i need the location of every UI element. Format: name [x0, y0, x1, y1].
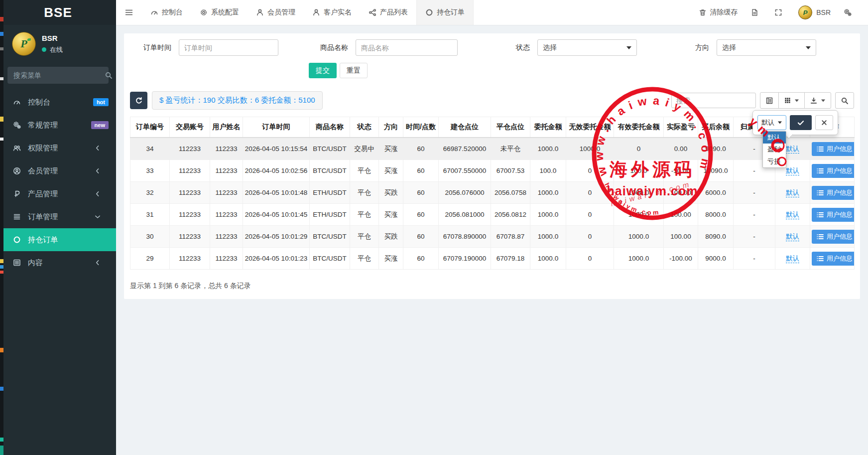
refresh-button[interactable] [130, 92, 147, 109]
filter-input-2[interactable] [356, 39, 458, 56]
clear-cache-button[interactable]: 清除缓存 [692, 8, 744, 17]
column-header: 实际盈亏 [664, 117, 698, 138]
column-header: 时间/点数 [403, 117, 439, 138]
table-cell: 29 [130, 248, 170, 270]
topbar-right: 清除缓存 P BSR [692, 0, 868, 25]
cancel-button[interactable] [815, 115, 833, 130]
page-icon [750, 8, 758, 16]
detail-view-button[interactable] [760, 92, 779, 109]
page-tool-button[interactable] [744, 8, 768, 16]
sidebar-item-label: 会员管理 [28, 166, 58, 176]
table-toolbar: $ 盈亏统计：190 交易比数：6 委托金额：5100 [130, 91, 854, 110]
column-header: 委托金额 [530, 117, 566, 138]
table-cell: 100.00 [664, 204, 698, 226]
control-editable-link[interactable]: 默认 [786, 211, 799, 219]
export-button[interactable] [804, 92, 831, 109]
grid-icon [784, 97, 791, 104]
topbar-user-menu[interactable]: P BSR [792, 5, 837, 19]
table-search-input[interactable] [671, 93, 756, 108]
table-cell: 34 [130, 138, 170, 160]
table-cell: 用户信息 [810, 226, 855, 248]
table-cell: 60 [403, 248, 439, 270]
reset-button[interactable]: 重置 [340, 63, 368, 78]
control-editable-link[interactable]: 默认 [786, 145, 799, 153]
tab-6[interactable]: 持仓订单 [416, 0, 474, 25]
settings-button[interactable] [837, 8, 861, 16]
dropdown-option[interactable]: 默认 [763, 132, 786, 144]
user-info-button[interactable]: 用户信息 [812, 230, 855, 244]
table-cell: 2026-04-05 10:15:54 [243, 138, 310, 160]
tab-1[interactable]: 控制台 [142, 0, 191, 25]
user-info-button-label: 用户信息 [827, 145, 853, 153]
user-info-button[interactable]: 用户信息 [812, 186, 855, 200]
user-info-button-label: 用户信息 [827, 188, 853, 197]
column-header: 用户姓名 [210, 117, 243, 138]
table-cell: 0 [566, 226, 614, 248]
sidebar-item-1[interactable]: 控制台hot [0, 91, 116, 114]
filter-select-3[interactable]: 选择 [537, 39, 637, 56]
user-info-button[interactable]: 用户信息 [812, 164, 855, 178]
table-cell: 平仓 [350, 160, 379, 182]
tab-5[interactable]: 产品列表 [360, 0, 416, 25]
table-cell: 112233 [170, 226, 210, 248]
content-card: 订单时间商品名称状态选择方向选择 提交 重置 $ 盈亏统计：190 交易比数：6… [124, 33, 860, 299]
column-header: 无效委托金额 [566, 117, 614, 138]
table-cell: 2026-04-05 10:01:29 [243, 226, 310, 248]
control-editable-link[interactable]: 默认 [786, 189, 799, 197]
table-cell: -100.00 [664, 248, 698, 270]
user-info-button[interactable]: 用户信息 [812, 142, 855, 156]
sidebar-item-4[interactable]: 会员管理 [0, 159, 116, 182]
tab-label: 控制台 [162, 8, 183, 17]
user-icon [256, 8, 264, 16]
table-cell: 平仓 [350, 226, 379, 248]
table-cell: 1000.0 [614, 204, 664, 226]
table-cell: 买跌 [379, 226, 403, 248]
tab-3[interactable]: 会员管理 [248, 0, 304, 25]
fullscreen-button[interactable] [768, 8, 792, 16]
control-select-dropdown: 默认盈利亏损 [762, 131, 786, 168]
list-ul-icon [816, 211, 824, 219]
search-icon [105, 71, 113, 79]
sidebar-item-8[interactable]: 内容 [0, 251, 116, 274]
filter-select-4[interactable]: 选择 [717, 39, 816, 56]
sidebar-item-2[interactable]: 常规管理new [0, 114, 116, 137]
table-cell: 67079.190000 [439, 248, 491, 270]
column-header: 订单时间 [243, 117, 310, 138]
left-edge-artifacts [0, 0, 3, 455]
table-cell: 未平仓 [491, 138, 530, 160]
sidebar-item-5[interactable]: 产品管理 [0, 182, 116, 205]
control-editable-link[interactable]: 默认 [786, 255, 799, 263]
table-cell: 60 [403, 226, 439, 248]
sidebar-item-3[interactable]: 权限管理 [0, 137, 116, 159]
table-cell: 8090.0 [698, 226, 734, 248]
dropdown-option[interactable]: 亏损 [763, 155, 786, 167]
columns-button[interactable] [778, 92, 805, 109]
sidebar-item-label: 控制台 [28, 98, 50, 107]
export-icon [810, 97, 818, 105]
sidebar-item-6[interactable]: 订单管理 [0, 205, 116, 228]
sidebar-toggle-button[interactable] [116, 0, 142, 25]
confirm-button[interactable] [790, 115, 812, 130]
table-cell: 默认 [775, 182, 810, 204]
column-header: 商品名称 [310, 117, 350, 138]
table-cell: 9000.0 [698, 248, 734, 270]
tab-label: 系统配置 [211, 8, 239, 17]
filter-input-1[interactable] [179, 39, 278, 56]
table-search-button[interactable] [835, 92, 854, 109]
user-info-button[interactable]: 用户信息 [812, 252, 855, 266]
tab-4[interactable]: 客户实名 [304, 0, 360, 25]
control-editable-link[interactable]: 默认 [786, 167, 799, 175]
table-cell: BTC/USDT [310, 248, 350, 270]
table-cell: 平仓 [350, 204, 379, 226]
table-cell: 2026-04-05 10:01:48 [243, 182, 310, 204]
control-select[interactable]: 默认 [757, 115, 786, 130]
table-cell: 67078.87 [491, 226, 530, 248]
tab-2[interactable]: 系统配置 [191, 0, 248, 25]
sidebar-search-input[interactable] [12, 71, 105, 80]
dropdown-option[interactable]: 盈利 [763, 144, 786, 155]
sidebar-item-7[interactable]: 持仓订单 [0, 228, 116, 251]
filter-group-1: 订单时间 [124, 39, 278, 56]
user-info-button[interactable]: 用户信息 [812, 208, 855, 222]
submit-button[interactable]: 提交 [309, 63, 337, 78]
control-editable-link[interactable]: 默认 [786, 233, 799, 241]
